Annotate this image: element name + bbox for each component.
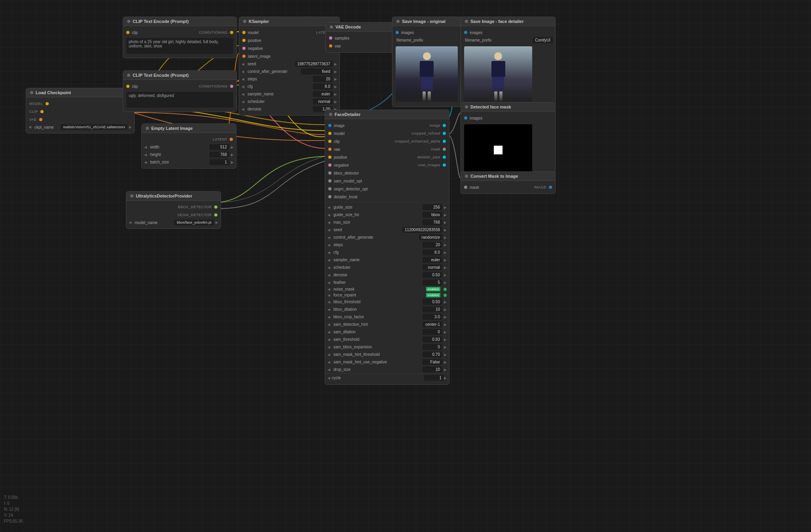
seed-arrow-right[interactable]: ▶ (334, 62, 337, 66)
load-checkpoint-body: MODEL CLIP VAE ◀ ckpt_name realisticVisi… (26, 97, 134, 133)
seed-arrow-left[interactable]: ◀ (242, 62, 244, 66)
fd-denoise-right[interactable]: ▶ (444, 273, 447, 277)
ckpt-arrow-left[interactable]: ◀ (29, 125, 31, 129)
fd-scheduler-left[interactable]: ◀ (327, 266, 330, 270)
fd-nm-left[interactable]: ◀ (327, 287, 330, 291)
fd-fi-left[interactable]: ◀ (327, 293, 330, 297)
cag-arrow-left[interactable]: ◀ (242, 70, 244, 74)
fd-sampler-left[interactable]: ◀ (327, 258, 330, 262)
fd-denoise-left[interactable]: ◀ (327, 273, 330, 277)
segm-det-label: SEGM_DETECTOR (177, 213, 212, 217)
height-arrow-right[interactable]: ▶ (231, 153, 234, 157)
model-in-dot (242, 31, 246, 34)
fd-bt-left[interactable]: ◀ (327, 300, 330, 304)
fd-feather-right[interactable]: ▶ (444, 281, 447, 285)
fd-sbe-left[interactable]: ◀ (327, 345, 330, 349)
batch-arrow-right[interactable]: ▶ (231, 160, 234, 164)
model-port-label: MODEL (29, 102, 43, 106)
fd-st-right[interactable]: ▶ (444, 338, 447, 342)
mn-arrow-left[interactable]: ◀ (129, 220, 131, 224)
fd-bd-left[interactable]: ◀ (327, 308, 330, 312)
fd-sd-left[interactable]: ◀ (327, 330, 330, 334)
scheduler-arrow-right[interactable]: ▶ (334, 100, 337, 104)
fd-negative-in-label: negative (334, 163, 349, 167)
fd-smn-right[interactable]: ▶ (444, 360, 447, 364)
fd-gsf-left[interactable]: ◀ (327, 213, 330, 217)
cag-arrow-right[interactable]: ▶ (334, 70, 337, 74)
fd-sd-right[interactable]: ▶ (444, 330, 447, 334)
fd-smn-left[interactable]: ◀ (327, 360, 330, 364)
fd-gsf-right[interactable]: ▶ (444, 213, 447, 217)
fd-scheduler-right[interactable]: ▶ (444, 266, 447, 270)
batch-arrow-left[interactable]: ◀ (144, 160, 147, 164)
fd-cfg-right[interactable]: ▶ (444, 251, 447, 255)
height-label: height (148, 152, 208, 157)
cfg-arrow-left[interactable]: ◀ (242, 85, 244, 89)
scheduler-arrow-left[interactable]: ◀ (242, 100, 244, 104)
fd-scheduler-label: scheduler (332, 265, 421, 270)
ksampler-body: model LATENT positive negative latent_im… (239, 26, 339, 115)
negative-prompt-text[interactable]: ugly, deformed, disfigured (126, 92, 233, 108)
save-image-face-header: Save Image - face detailer (461, 17, 555, 26)
fd-bc-left[interactable]: ◀ (327, 315, 330, 319)
fd-segm-in-dot (328, 187, 331, 190)
fd-ms-left[interactable]: ◀ (327, 220, 330, 224)
fd-st-left[interactable]: ◀ (327, 338, 330, 342)
fd-seed-right[interactable]: ▶ (444, 228, 447, 232)
fd-bd-right[interactable]: ▶ (444, 308, 447, 312)
convert-mask-node: Convert Mask to Image mask IMAGE (461, 171, 556, 194)
images-mask-in-label: images (470, 116, 482, 120)
fd-cropped-output: cropped_refined (411, 131, 446, 135)
sampler-value: euler (313, 91, 333, 97)
width-arrow-left[interactable]: ◀ (144, 145, 147, 149)
ckpt-arrow-right[interactable]: ▶ (129, 125, 132, 129)
fd-sh-left[interactable]: ◀ (327, 323, 330, 327)
fd-cfg-left[interactable]: ◀ (327, 251, 330, 255)
fd-steps-left[interactable]: ◀ (327, 243, 330, 247)
cfg-arrow-right[interactable]: ▶ (334, 85, 337, 89)
fd-bt-value: 0.50 (423, 299, 442, 305)
fd-cycle-left[interactable]: ◀ (327, 376, 330, 380)
fd-pipe-output: detailer_pipe (417, 155, 446, 159)
denoise-label: denoise (246, 107, 311, 111)
fd-ds-right[interactable]: ▶ (444, 368, 447, 372)
fd-sbe-right[interactable]: ▶ (444, 345, 447, 349)
sampler-arrow-left[interactable]: ◀ (242, 92, 244, 96)
fd-ds-left[interactable]: ◀ (327, 368, 330, 372)
fd-ms-right[interactable]: ▶ (444, 220, 447, 224)
steps-arrow-right[interactable]: ▶ (334, 77, 337, 81)
fd-feather-left[interactable]: ◀ (327, 281, 330, 285)
fd-seed-left[interactable]: ◀ (327, 228, 330, 232)
fd-guide-size-left[interactable]: ◀ (327, 205, 330, 209)
model-port-dot (46, 102, 49, 105)
sampler-arrow-right[interactable]: ▶ (334, 92, 337, 96)
model-input: model (242, 30, 259, 35)
mn-arrow-right[interactable]: ▶ (215, 220, 218, 224)
fd-guide-size-right[interactable]: ▶ (444, 205, 447, 209)
fd-sam-hint-field: ◀ sam_detection_hint center-1 ▶ (325, 321, 449, 328)
positive-input: positive (242, 38, 261, 43)
fd-cycle-right[interactable]: ▶ (444, 376, 447, 380)
fd-bt-right[interactable]: ▶ (444, 300, 447, 304)
fd-image-out-dot (443, 124, 446, 127)
latent-input: latent_image (242, 54, 270, 59)
images-mask-in-row: images (461, 114, 555, 122)
width-arrow-right[interactable]: ▶ (231, 145, 234, 149)
latent-in-label: latent_image (248, 54, 270, 59)
fd-scheduler-value: normal (423, 264, 442, 270)
fd-smh-right[interactable]: ▶ (444, 353, 447, 357)
fd-smh-left[interactable]: ◀ (327, 353, 330, 357)
fd-seed-field: ◀ seed 1120049220283558 ▶ (325, 226, 449, 234)
positive-prompt-text[interactable]: photo of a 25 year old girl, highly deta… (126, 38, 233, 54)
height-arrow-left[interactable]: ◀ (144, 153, 147, 157)
conditioning-neg-label: CONDITIONING (199, 84, 228, 88)
steps-arrow-left[interactable]: ◀ (242, 77, 244, 81)
fd-cag-right[interactable]: ▶ (444, 236, 447, 239)
fd-sh-right[interactable]: ▶ (444, 323, 447, 327)
fd-sampler-right[interactable]: ▶ (444, 258, 447, 262)
fd-steps-right[interactable]: ▶ (444, 243, 447, 247)
fd-mask-out-dot (443, 148, 446, 151)
fd-bc-right[interactable]: ▶ (444, 315, 447, 319)
fd-cag-left[interactable]: ◀ (327, 236, 330, 239)
denoise-arrow-left[interactable]: ◀ (242, 107, 244, 111)
